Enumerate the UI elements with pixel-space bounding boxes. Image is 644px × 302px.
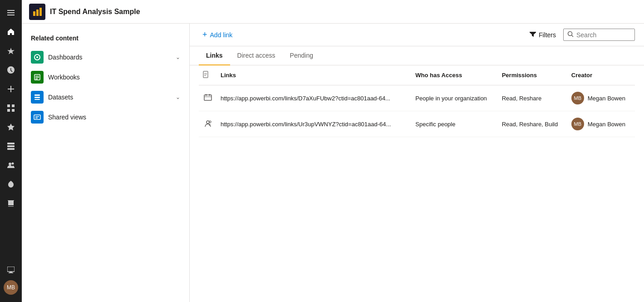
svg-line-31 xyxy=(572,35,574,37)
col-creator-header: Creator xyxy=(568,65,635,85)
dashboards-icon xyxy=(31,51,44,64)
row2-creator-avatar: MB xyxy=(571,118,584,130)
row2-url[interactable]: https://app.powerbi.com/links/Ur3upVWNYZ… xyxy=(217,111,412,137)
svg-rect-6 xyxy=(12,109,15,112)
table-row: https://app.powerbi.com/links/D7aXuFUbw2… xyxy=(199,85,635,111)
sidebar: Related content Dashboards ⌄ xyxy=(22,24,190,302)
row1-access: People in your organization xyxy=(412,85,498,111)
search-box[interactable] xyxy=(563,29,635,41)
datasets-icon xyxy=(31,91,44,104)
row1-permissions: Read, Reshare xyxy=(498,85,568,111)
learn-icon[interactable] xyxy=(2,194,20,213)
top-header: IT Spend Analysis Sample xyxy=(22,0,644,24)
svg-rect-25 xyxy=(34,97,40,98)
add-link-button[interactable]: + Add link xyxy=(199,28,236,41)
sidebar-item-shared-views[interactable]: Shared views xyxy=(22,107,189,127)
main-area: IT Spend Analysis Sample Related content… xyxy=(22,0,644,302)
workbooks-label: Workbooks xyxy=(48,74,180,81)
tabs: Links Direct access Pending xyxy=(190,46,644,65)
deployment-icon[interactable] xyxy=(2,175,20,193)
svg-rect-16 xyxy=(36,10,39,16)
svg-point-10 xyxy=(9,163,11,165)
workbooks-icon xyxy=(31,71,44,84)
content-wrapper: Related content Dashboards ⌄ xyxy=(22,24,644,302)
add-link-label: Add link xyxy=(210,31,233,39)
workspaces-icon[interactable] xyxy=(2,137,20,155)
favorites-icon[interactable] xyxy=(2,42,20,60)
sidebar-item-workbooks[interactable]: Workbooks xyxy=(22,67,189,87)
recent-icon[interactable] xyxy=(2,61,20,79)
row1-url[interactable]: https://app.powerbi.com/links/D7aXuFUbw2… xyxy=(217,85,412,111)
sidebar-item-datasets[interactable]: Datasets ⌄ xyxy=(22,87,189,107)
user-avatar[interactable]: MB xyxy=(4,280,18,295)
svg-rect-4 xyxy=(12,104,15,107)
svg-rect-17 xyxy=(39,8,42,16)
table-row: https://app.powerbi.com/links/Ur3upVWNYZ… xyxy=(199,111,635,137)
row2-access: Specific people xyxy=(412,111,498,137)
svg-rect-15 xyxy=(33,11,35,16)
add-icon: + xyxy=(202,30,207,40)
row2-permissions: Read, Reshare, Build xyxy=(498,111,568,137)
monitor-icon[interactable] xyxy=(2,261,20,279)
links-table: Links Who has Access Permissions Creator xyxy=(199,65,635,137)
svg-rect-0 xyxy=(7,10,15,11)
svg-rect-5 xyxy=(7,109,10,112)
col-icon-header xyxy=(199,65,217,85)
svg-rect-1 xyxy=(7,12,15,13)
app-icon xyxy=(29,4,45,20)
svg-rect-21 xyxy=(35,76,39,77)
svg-rect-14 xyxy=(9,272,13,273)
sidebar-item-dashboards[interactable]: Dashboards ⌄ xyxy=(22,47,189,67)
svg-rect-9 xyxy=(7,148,15,150)
search-input[interactable] xyxy=(576,31,631,39)
apps-icon[interactable] xyxy=(2,99,20,117)
home-icon[interactable] xyxy=(2,23,20,41)
svg-rect-27 xyxy=(34,115,40,119)
toolbar: + Add link Filters xyxy=(190,24,644,46)
table-header-row: Links Who has Access Permissions Creator xyxy=(199,65,635,85)
row2-creator: MB Megan Bowen xyxy=(568,111,635,137)
svg-rect-22 xyxy=(35,77,39,78)
filters-button[interactable]: Filters xyxy=(526,29,560,40)
svg-rect-13 xyxy=(10,272,12,272)
tab-direct-access[interactable]: Direct access xyxy=(230,46,283,65)
filter-icon xyxy=(530,31,536,39)
svg-rect-12 xyxy=(7,267,15,272)
hamburger-icon[interactable] xyxy=(2,4,20,22)
tab-pending[interactable]: Pending xyxy=(283,46,320,65)
filters-label: Filters xyxy=(539,31,556,39)
svg-point-19 xyxy=(36,56,38,58)
svg-rect-7 xyxy=(7,143,15,144)
svg-point-39 xyxy=(206,121,209,124)
tab-links[interactable]: Links xyxy=(199,46,230,65)
svg-rect-8 xyxy=(7,145,15,147)
dashboards-chevron-icon: ⌄ xyxy=(176,54,180,60)
people-icon[interactable] xyxy=(2,156,20,174)
row2-creator-name: Megan Bowen xyxy=(588,121,625,128)
col-links-header: Links xyxy=(217,65,412,85)
svg-point-30 xyxy=(568,32,572,36)
row1-icon xyxy=(199,85,217,111)
svg-rect-37 xyxy=(206,94,206,96)
shared-views-icon xyxy=(31,111,44,124)
svg-rect-24 xyxy=(34,94,40,96)
main-panel: + Add link Filters xyxy=(190,24,644,302)
svg-rect-38 xyxy=(209,94,210,96)
svg-rect-2 xyxy=(7,15,15,15)
row1-creator-name: Megan Bowen xyxy=(588,95,625,102)
svg-rect-29 xyxy=(35,118,38,119)
create-icon[interactable] xyxy=(2,80,20,98)
dashboards-label: Dashboards xyxy=(48,54,176,61)
svg-rect-28 xyxy=(35,116,39,117)
svg-rect-36 xyxy=(204,95,211,100)
search-icon xyxy=(567,31,574,39)
svg-rect-35 xyxy=(204,75,206,76)
metrics-icon[interactable] xyxy=(2,118,20,136)
svg-rect-26 xyxy=(34,99,40,100)
datasets-chevron-icon: ⌄ xyxy=(176,94,180,100)
row1-creator: MB Megan Bowen xyxy=(568,85,635,111)
table-container: Links Who has Access Permissions Creator xyxy=(190,65,644,302)
row2-icon xyxy=(199,111,217,137)
shared-views-label: Shared views xyxy=(48,114,180,121)
svg-point-11 xyxy=(12,163,14,165)
